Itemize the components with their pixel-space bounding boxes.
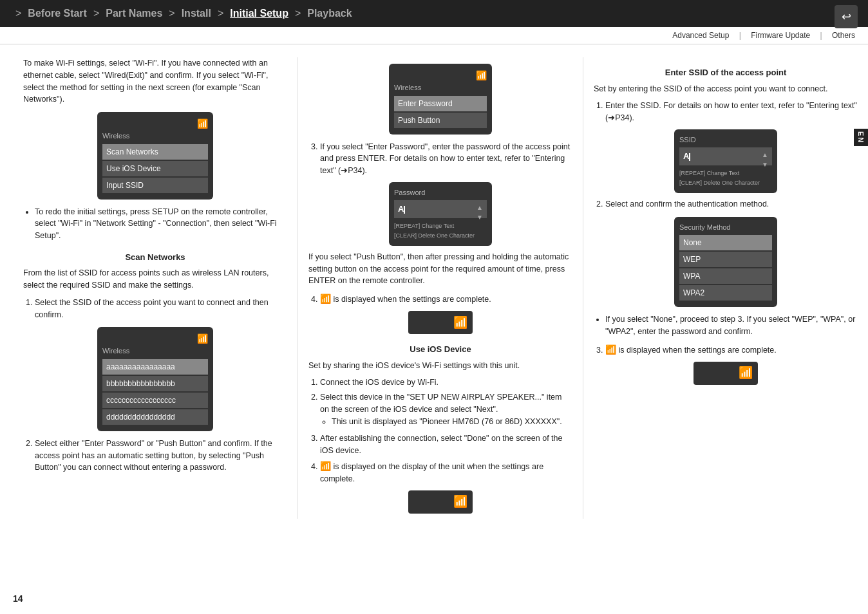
wifi-sym-inline: 📶 — [320, 293, 331, 304]
ssid-value: A — [683, 151, 689, 161]
wifi-icon-3: 📶 — [394, 69, 487, 82]
ssid-field: A ▲▼ — [679, 147, 772, 165]
ssid-cursor — [689, 153, 690, 161]
ssid-step-2: Select and confirm the authentication me… — [605, 198, 858, 210]
enter-ssid-title: Enter SSID of the access point — [594, 66, 858, 79]
menu-scan-networks[interactable]: Scan Networks — [102, 144, 208, 160]
wifi-symbol-2: 📶 — [453, 493, 467, 510]
ios-step-3: After establishing the connection, selec… — [320, 433, 572, 457]
scan-networks-text: From the list of SSID for access points … — [23, 267, 287, 292]
wifi-display-mock-3: 📶 — [693, 362, 758, 385]
ssid-hint-repeat: [REPEAT] Change Text — [679, 169, 772, 178]
menu-input-ssid[interactable]: Input SSID — [102, 178, 208, 193]
ssid-steps-2: Select and confirm the authentication me… — [605, 198, 858, 210]
security-wep[interactable]: WEP — [679, 252, 772, 267]
ssid-step-3: 📶 is displayed when the settings are com… — [605, 343, 858, 357]
wireless-label: Wireless — [102, 131, 208, 142]
nav-playback[interactable]: Playback — [307, 8, 352, 19]
password-label: Password — [394, 187, 487, 198]
nav-part-names[interactable]: Part Names — [106, 8, 162, 19]
ssid-step-1: Enter the SSID. For details on how to en… — [605, 100, 858, 124]
menu-push-button[interactable]: Push Button — [394, 113, 487, 128]
security-method-mock: Security Method None WEP WPA WPA2 — [674, 217, 777, 308]
column-3: Enter SSID of the access point Set by en… — [583, 57, 868, 519]
ssid-input-mock: SSID A ▲▼ [REPEAT] Change Text [CLEAR] D… — [674, 129, 777, 193]
ios-step-4: 📶 is displayed on the display of the uni… — [320, 460, 572, 485]
ssid-steps-3: 📶 is displayed when the settings are com… — [605, 343, 858, 357]
security-none[interactable]: None — [679, 235, 772, 250]
scan-networks-title: Scan Networks — [23, 251, 287, 264]
wifi-symbol: 📶 — [453, 314, 467, 331]
hint-repeat: [REPEAT] Change Text — [394, 222, 487, 231]
ssid-item-a[interactable]: aaaaaaaaaaaaaaaa — [102, 359, 208, 375]
password-value: A — [398, 204, 404, 214]
password-input-mock: Password A ▲▼ [REPEAT] Change Text [CLEA… — [389, 182, 492, 246]
nav-sep: > — [295, 8, 301, 19]
others-link[interactable]: Others — [832, 31, 855, 40]
scan-step-1: Select the SSID of the access point you … — [35, 297, 287, 321]
password-field: A ▲▼ — [394, 200, 487, 218]
use-ios-title: Use iOS Device — [308, 343, 572, 356]
column-1: To make Wi-Fi settings, select "Wi-Fi". … — [13, 57, 298, 519]
menu-use-ios[interactable]: Use iOS Device — [102, 161, 208, 176]
wifi-display-mock: 📶 — [408, 311, 473, 334]
nav-sep: > — [15, 8, 21, 19]
scan-steps-2: Select either "Enter Password" or "Push … — [35, 438, 287, 474]
ssid-label: SSID — [679, 135, 772, 145]
nav-before-start[interactable]: Before Start — [28, 8, 87, 19]
arrows: ▲▼ — [476, 203, 483, 222]
col2-step-4: 📶 is displayed when the settings are com… — [320, 292, 572, 306]
wireless-label-2: Wireless — [102, 346, 208, 357]
nav-install[interactable]: Install — [182, 8, 211, 19]
ios-steps: Connect the iOS device by Wi-Fi. Select … — [320, 377, 572, 485]
security-wpa2[interactable]: WPA2 — [679, 285, 772, 301]
device-mock-ep: 📶 Wireless Enter Password Push Button — [389, 64, 492, 135]
device-mock-ssid-list: 📶 Wireless aaaaaaaaaaaaaaaa bbbbbbbbbbbb… — [97, 327, 213, 431]
ssid-arrows: ▲▼ — [762, 150, 768, 169]
nav-initial-setup[interactable]: Initial Setup — [230, 8, 288, 19]
wifi-symbol-3: 📶 — [739, 364, 753, 382]
ios-step-1: Connect the iOS device by Wi-Fi. — [320, 377, 572, 389]
ssid-step3-text: is displayed when the settings are compl… — [618, 346, 776, 355]
nav-sep: > — [93, 8, 99, 19]
ios-step2-text: Select this device in the "SET UP NEW AI… — [320, 393, 561, 414]
firmware-update-link[interactable]: Firmware Update — [751, 31, 810, 40]
sub-header: Advanced Setup | Firmware Update | Other… — [0, 27, 868, 44]
ssid-hint-clear: [CLEAR] Delete One Character — [679, 179, 772, 188]
ssid-item-b[interactable]: bbbbbbbbbbbbbbbb — [102, 376, 208, 391]
page-number: 14 — [13, 593, 23, 604]
nav-bar: > Before Start > Part Names > Install > … — [13, 8, 855, 19]
ssid-item-c[interactable]: cccccccccccccccccc — [102, 393, 208, 408]
scan-step-2: Select either "Enter Password" or "Push … — [35, 438, 287, 474]
intro-text: To make Wi-Fi settings, select "Wi-Fi". … — [23, 57, 287, 106]
wifi-icon: 📶 — [102, 117, 208, 131]
nav-sep: > — [218, 8, 223, 19]
ssid-item-d[interactable]: dddddddddddddddd — [102, 409, 208, 425]
security-wpa[interactable]: WPA — [679, 268, 772, 284]
ios-bullet-list: This unit is displayed as "Pioneer HM76D… — [332, 416, 572, 428]
main-content: To make Wi-Fi settings, select "Wi-Fi". … — [0, 44, 868, 532]
column-2: 📶 Wireless Enter Password Push Button If… — [298, 57, 583, 519]
header: > Before Start > Part Names > Install > … — [0, 0, 868, 27]
enter-ssid-text: Set by entering the SSID of the access p… — [594, 83, 858, 95]
ssid-steps: Enter the SSID. For details on how to en… — [605, 100, 858, 124]
hint-clear: [CLEAR] Delete One Character — [394, 232, 487, 241]
menu-enter-password[interactable]: Enter Password — [394, 96, 487, 111]
ios-step4-text: is displayed on the display of the unit … — [320, 462, 543, 483]
wifi-sym-ssid: 📶 — [605, 344, 616, 355]
nav-sep: > — [169, 8, 175, 19]
security-bullets: If you select "None", proceed to step 3.… — [605, 313, 858, 338]
security-label: Security Method — [679, 222, 772, 233]
use-ios-text: Set by sharing the iOS device's Wi-Fi se… — [308, 360, 572, 372]
wireless-label-3: Wireless — [394, 82, 487, 93]
wifi-icon-2: 📶 — [102, 332, 208, 346]
col2-step-3: If you select "Enter Password", enter th… — [320, 141, 572, 177]
ios-bullet: This unit is displayed as "Pioneer HM76D… — [332, 416, 572, 428]
advanced-setup-link[interactable]: Advanced Setup — [672, 31, 729, 40]
device-mock-wireless-1: 📶 Wireless Scan Networks Use iOS Device … — [97, 112, 213, 200]
wifi-display-mock-2: 📶 — [408, 490, 473, 514]
back-button[interactable]: ↩ — [835, 5, 858, 28]
security-bullet: If you select "None", proceed to step 3.… — [605, 313, 858, 338]
col2-step4-list: 📶 is displayed when the settings are com… — [320, 292, 572, 306]
en-badge: EN — [854, 129, 868, 146]
